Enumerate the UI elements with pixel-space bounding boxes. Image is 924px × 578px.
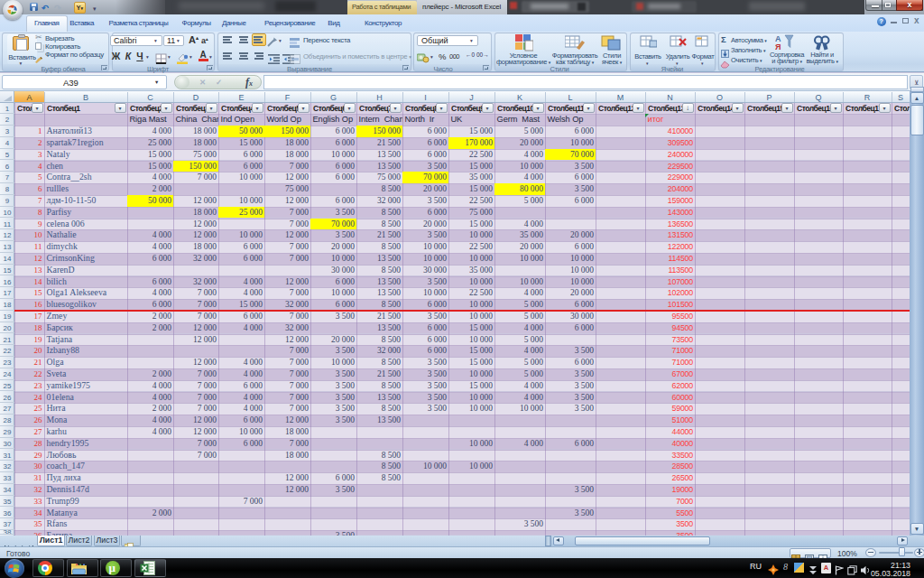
svg-text:Я: Я: [775, 42, 781, 51]
